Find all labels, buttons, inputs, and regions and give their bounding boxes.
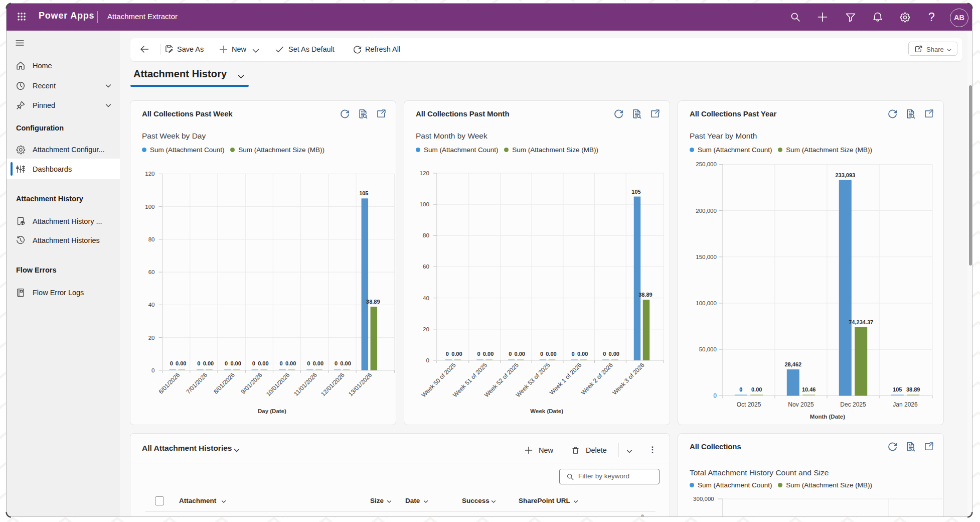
svg-text:0: 0 bbox=[477, 351, 480, 357]
svg-text:0: 0 bbox=[170, 360, 173, 366]
svg-text:80: 80 bbox=[148, 236, 155, 242]
svg-text:0: 0 bbox=[540, 351, 543, 357]
svg-text:233,093: 233,093 bbox=[835, 172, 855, 178]
svg-text:New Record: New Record bbox=[881, 520, 945, 522]
svg-text:100: 100 bbox=[145, 204, 154, 210]
svg-text:38.89: 38.89 bbox=[906, 386, 920, 393]
svg-text:Oct 2025: Oct 2025 bbox=[737, 401, 761, 408]
svg-text:12/01/2026: 12/01/2026 bbox=[319, 371, 346, 398]
svg-text:80: 80 bbox=[423, 232, 429, 238]
svg-text:8/01/2026: 8/01/2026 bbox=[212, 371, 236, 396]
svg-text:150,000: 150,000 bbox=[696, 254, 717, 260]
svg-text:200,000: 200,000 bbox=[696, 208, 717, 214]
svg-text:100: 100 bbox=[420, 201, 429, 207]
svg-text:0.00: 0.00 bbox=[340, 360, 351, 366]
svg-text:0: 0 bbox=[225, 360, 228, 366]
svg-text:60: 60 bbox=[148, 269, 155, 275]
svg-text:9/01/2026: 9/01/2026 bbox=[240, 371, 264, 396]
svg-text:105: 105 bbox=[893, 386, 902, 393]
svg-text:120: 120 bbox=[420, 170, 429, 176]
svg-text:0: 0 bbox=[426, 357, 429, 363]
svg-text:0.00: 0.00 bbox=[176, 360, 186, 366]
svg-text:0: 0 bbox=[307, 360, 310, 366]
svg-text:0.00: 0.00 bbox=[751, 386, 762, 393]
svg-text:28,462: 28,462 bbox=[784, 361, 801, 367]
svg-text:0: 0 bbox=[280, 360, 283, 366]
svg-text:Jan 2026: Jan 2026 bbox=[893, 401, 918, 408]
svg-text:10.46: 10.46 bbox=[802, 386, 816, 393]
svg-text:100,000: 100,000 bbox=[696, 300, 717, 306]
svg-text:0: 0 bbox=[197, 360, 200, 366]
svg-text:T: T bbox=[970, 520, 977, 522]
svg-text:11/01/2026: 11/01/2026 bbox=[292, 371, 318, 398]
svg-text:0: 0 bbox=[151, 367, 154, 373]
svg-text:0.00: 0.00 bbox=[515, 351, 525, 357]
svg-text:13/01/2026: 13/01/2026 bbox=[347, 371, 374, 398]
svg-text:0.00: 0.00 bbox=[258, 360, 268, 366]
svg-text:0: 0 bbox=[713, 393, 716, 399]
svg-text:60: 60 bbox=[423, 264, 429, 270]
svg-text:Day (Date): Day (Date) bbox=[258, 408, 286, 414]
svg-text:0.00: 0.00 bbox=[285, 360, 296, 366]
svg-text:0.00: 0.00 bbox=[609, 351, 619, 357]
svg-text:74,234.37: 74,234.37 bbox=[849, 319, 873, 325]
svg-text:105: 105 bbox=[359, 190, 368, 196]
svg-text:10/01/2026: 10/01/2026 bbox=[265, 371, 291, 398]
svg-text:7/01/2026: 7/01/2026 bbox=[185, 371, 209, 396]
svg-text:Month (Date): Month (Date) bbox=[810, 414, 845, 420]
svg-text:0: 0 bbox=[603, 351, 606, 357]
svg-text:0.00: 0.00 bbox=[451, 351, 462, 357]
svg-text:120: 120 bbox=[145, 171, 154, 177]
svg-text:0: 0 bbox=[739, 386, 742, 393]
svg-text:Dec 2025: Dec 2025 bbox=[840, 401, 866, 408]
svg-text:0: 0 bbox=[335, 360, 338, 366]
svg-text:Week 1 of 2026: Week 1 of 2026 bbox=[548, 361, 583, 396]
svg-text:20: 20 bbox=[148, 335, 155, 341]
svg-text:40: 40 bbox=[148, 302, 155, 308]
svg-text:38.89: 38.89 bbox=[638, 292, 652, 298]
svg-text:Week (Date): Week (Date) bbox=[530, 408, 563, 414]
svg-text:0.00: 0.00 bbox=[203, 360, 214, 366]
svg-text:0.00: 0.00 bbox=[230, 360, 241, 366]
svg-text:0: 0 bbox=[446, 351, 449, 357]
svg-text:Week 2 of 2026: Week 2 of 2026 bbox=[580, 361, 614, 396]
svg-text:0: 0 bbox=[252, 360, 255, 366]
svg-text:0: 0 bbox=[509, 351, 512, 357]
svg-text:0.00: 0.00 bbox=[577, 351, 588, 357]
svg-text:0.00: 0.00 bbox=[313, 360, 323, 366]
svg-text:105: 105 bbox=[631, 189, 640, 195]
svg-text:0: 0 bbox=[572, 351, 575, 357]
svg-text:0.00: 0.00 bbox=[483, 351, 494, 357]
svg-text:38.89: 38.89 bbox=[366, 299, 380, 305]
svg-text:40: 40 bbox=[423, 295, 429, 301]
svg-text:6/01/2026: 6/01/2026 bbox=[157, 371, 182, 396]
svg-text:50,000: 50,000 bbox=[699, 346, 717, 352]
svg-text:20: 20 bbox=[423, 326, 429, 332]
svg-text:250,000: 250,000 bbox=[696, 161, 717, 167]
svg-text:Week 3 of 2026: Week 3 of 2026 bbox=[611, 361, 645, 396]
svg-text:Nov 2025: Nov 2025 bbox=[788, 401, 814, 408]
svg-text:300,000: 300,000 bbox=[693, 496, 714, 502]
svg-text:0.00: 0.00 bbox=[546, 351, 556, 357]
svg-text:Week 53 of 2025: Week 53 of 2025 bbox=[515, 361, 552, 399]
